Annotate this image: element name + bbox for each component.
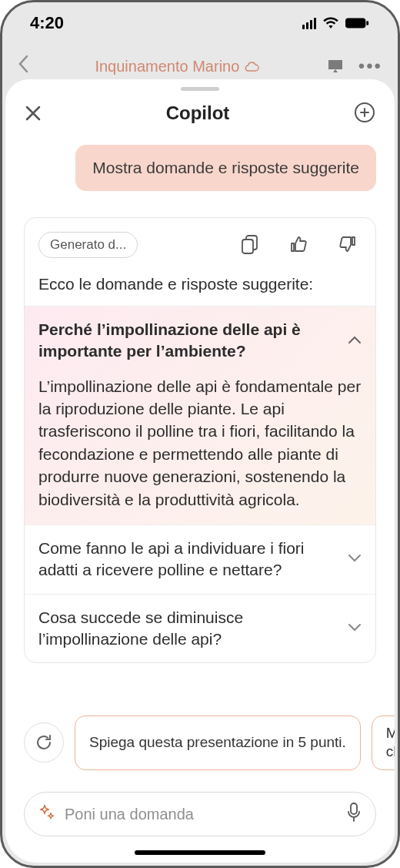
qa-item-1: Perché l’impollinazione delle api è impo… <box>25 306 375 524</box>
refresh-suggestions-button[interactable] <box>24 722 64 762</box>
qa-toggle[interactable]: Perché l’impollinazione delle api è impo… <box>25 307 375 375</box>
generated-by-chip[interactable]: Generato d... <box>38 232 138 258</box>
home-indicator[interactable] <box>135 850 265 855</box>
status-bar: 4:20 <box>2 2 398 44</box>
cellular-icon <box>302 17 316 29</box>
ai-actions <box>242 235 362 255</box>
ai-intro-text: Ecco le domande e risposte suggerite: <box>25 266 375 306</box>
chevron-down-icon <box>348 622 362 635</box>
thumbs-up-icon[interactable] <box>289 235 308 255</box>
chevron-up-icon <box>348 333 362 347</box>
document-title-text: Inquinamento Marino <box>95 58 239 75</box>
svg-rect-4 <box>242 240 253 253</box>
ai-card-header: Generato d... <box>25 232 375 266</box>
new-chat-button[interactable] <box>353 102 376 125</box>
svg-rect-0 <box>345 18 365 28</box>
sheet-header: Copilot <box>5 94 395 137</box>
document-title: Inquinamento Marino <box>36 58 318 75</box>
ai-response-card: Generato d... Ecco le domande e rispo <box>24 217 376 663</box>
prompt-input-bar <box>24 792 376 836</box>
close-button[interactable] <box>24 104 42 122</box>
present-icon[interactable] <box>326 58 345 75</box>
suggestion-row: Spiega questa presentazione in 5 punti. … <box>5 706 395 779</box>
qa-question: Come fanno le api a individuare i fiori … <box>38 538 335 581</box>
qa-question: Perché l’impollinazione delle api è impo… <box>38 319 335 363</box>
svg-rect-1 <box>366 21 368 25</box>
qa-item-2: Come fanno le api a individuare i fiori … <box>25 524 375 594</box>
suggestion-pill-1[interactable]: Spiega questa presentazione in 5 punti. <box>75 716 361 770</box>
chevron-down-icon <box>348 552 362 566</box>
user-message: Mostra domande e risposte suggerite <box>75 145 376 191</box>
microphone-icon[interactable] <box>346 803 362 826</box>
more-icon[interactable]: ••• <box>358 55 382 77</box>
device-frame: 4:20 Inquinamento Marino ••• <box>0 0 400 868</box>
qa-item-3: Cosa succede se diminuisce l’impollinazi… <box>25 594 375 663</box>
prompt-input[interactable] <box>65 806 337 823</box>
sparkle-icon <box>38 804 55 824</box>
suggestion-pill-2[interactable]: Mostra diap chiave <box>372 716 395 770</box>
refresh-icon <box>35 733 53 752</box>
svg-rect-5 <box>351 803 357 814</box>
qa-toggle[interactable]: Cosa succede se diminuisce l’impollinazi… <box>25 595 375 663</box>
status-indicators <box>302 17 370 29</box>
status-time: 4:20 <box>30 13 64 33</box>
qa-toggle[interactable]: Come fanno le api a individuare i fiori … <box>25 525 375 594</box>
qa-answer: L’impollinazione delle api è fondamental… <box>25 375 375 524</box>
copy-icon[interactable] <box>242 235 258 255</box>
qa-question: Cosa succede se diminuisce l’impollinazi… <box>38 607 335 651</box>
thumbs-down-icon[interactable] <box>338 235 357 255</box>
wifi-icon <box>322 17 339 29</box>
cloud-icon <box>244 61 259 72</box>
battery-icon <box>345 17 370 29</box>
sheet-title: Copilot <box>166 102 230 124</box>
sheet-grabber[interactable] <box>181 87 219 91</box>
back-icon[interactable] <box>18 54 28 79</box>
copilot-sheet: Copilot Mostra domande e risposte sugger… <box>5 79 395 863</box>
